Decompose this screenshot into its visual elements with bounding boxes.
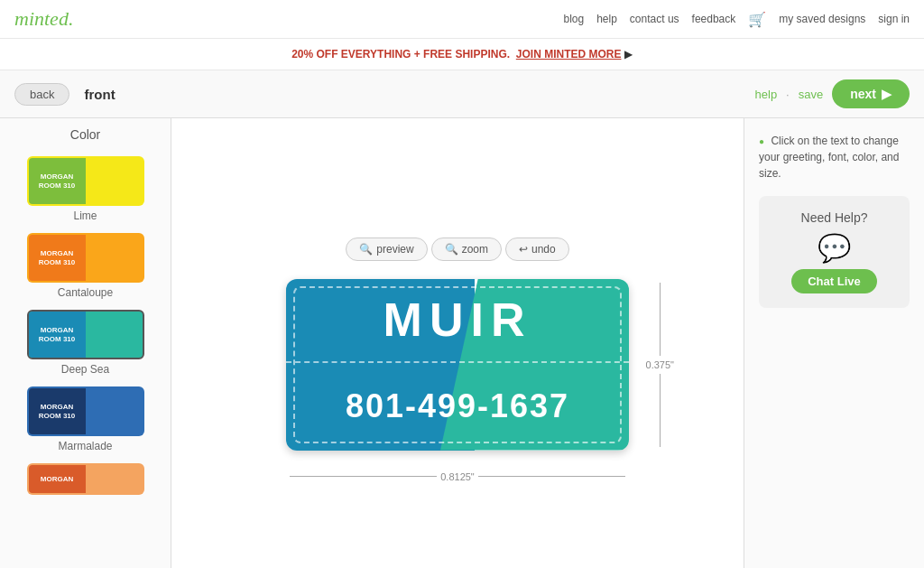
color-option-deepsea[interactable]: MORGANROOM 310 Deep Sea: [0, 304, 171, 381]
tool-bar: 🔍 preview 🔍 zoom ↩ undo: [346, 237, 568, 261]
card-wrapper: 0.8125" 0.375" MUIR 801-499-1637: [286, 279, 629, 451]
card-top-section[interactable]: MUIR: [286, 279, 629, 361]
color-option-marmalade[interactable]: MORGANROOM 310 Marmalade: [0, 381, 171, 458]
toolbar: back front help · save next ▶: [0, 70, 924, 118]
info-text: ● Click on the text to change your greet…: [759, 133, 910, 182]
nav-help[interactable]: help: [596, 13, 617, 25]
toolbar-separator: ·: [786, 88, 790, 101]
promo-highlight: 20% OFF EVERYTHING + FREE SHIPPING.: [291, 48, 510, 61]
front-label: front: [84, 87, 115, 102]
zoom-icon: 🔍: [445, 243, 458, 256]
right-panel: ● Click on the text to change your greet…: [744, 118, 924, 568]
height-label: 0.375": [646, 359, 674, 370]
next-arrow: ▶: [882, 87, 892, 101]
color-label-lime: Lime: [73, 210, 97, 222]
horizontal-dimension: 0.8125": [286, 471, 629, 482]
card-name-text[interactable]: MUIR: [383, 293, 532, 347]
color-option-fifth[interactable]: MORGAN: [0, 458, 171, 500]
width-label: 0.8125": [440, 471, 475, 482]
color-option-cantaloupe[interactable]: MORGANROOM 310 Cantaloupe: [0, 228, 171, 304]
help-box-title: Need Help?: [773, 210, 895, 225]
promo-text: 20% OFF EVERYTHING + FREE SHIPPING. JOIN…: [291, 48, 633, 61]
nav-sign-in[interactable]: sign in: [878, 13, 910, 25]
color-option-lime[interactable]: MORGANROOM 310 Lime: [0, 151, 171, 228]
nav-saved-designs[interactable]: my saved designs: [779, 13, 865, 25]
top-nav: minted. blog help contact us feedback 🛒 …: [0, 0, 924, 39]
cart-icon[interactable]: 🛒: [748, 11, 766, 28]
canvas-area: 🔍 preview 🔍 zoom ↩ undo 0.8125": [171, 118, 744, 568]
main-content: Color MORGANROOM 310 Lime MORGANROOM 310…: [0, 118, 924, 568]
door-hanger-card[interactable]: MUIR 801-499-1637: [286, 279, 629, 451]
promo-arrow: ▶: [624, 48, 633, 61]
nav-feedback[interactable]: feedback: [692, 13, 736, 25]
help-box: Need Help? 💬 Chat Live: [759, 196, 910, 308]
color-sidebar: Color MORGANROOM 310 Lime MORGANROOM 310…: [0, 118, 171, 568]
next-label: next: [850, 87, 876, 101]
zoom-label: zoom: [462, 243, 488, 256]
card-number-text[interactable]: 801-499-1637: [346, 387, 569, 425]
promo-bar: 20% OFF EVERYTHING + FREE SHIPPING. JOIN…: [0, 39, 924, 70]
zoom-button[interactable]: 🔍 zoom: [431, 237, 502, 261]
color-label-deepsea: Deep Sea: [61, 363, 109, 376]
chat-live-button[interactable]: Chat Live: [791, 269, 877, 293]
next-button[interactable]: next ▶: [832, 79, 910, 108]
preview-button[interactable]: 🔍 preview: [346, 237, 427, 261]
card-bottom-section[interactable]: 801-499-1637: [286, 361, 629, 451]
nav-contact[interactable]: contact us: [630, 13, 679, 25]
color-label-cantaloupe: Cantaloupe: [58, 286, 113, 299]
preview-icon: 🔍: [359, 243, 373, 256]
undo-button[interactable]: ↩ undo: [505, 237, 569, 261]
chat-icon: 💬: [773, 232, 895, 264]
info-text-content: Click on the text to change your greetin…: [759, 135, 899, 180]
back-button[interactable]: back: [14, 83, 69, 106]
undo-label: undo: [531, 243, 556, 256]
vertical-dimension: 0.375": [646, 279, 674, 451]
toolbar-help-link[interactable]: help: [755, 88, 778, 101]
preview-label: preview: [376, 243, 413, 256]
toolbar-right: help · save next ▶: [755, 79, 910, 108]
undo-icon: ↩: [519, 243, 528, 256]
toolbar-save-link[interactable]: save: [799, 88, 823, 101]
info-dot-icon: ●: [759, 136, 764, 146]
sidebar-heading: Color: [0, 127, 171, 142]
nav-blog[interactable]: blog: [563, 13, 584, 25]
logo: minted.: [14, 7, 73, 31]
color-label-marmalade: Marmalade: [58, 440, 112, 452]
promo-join-link[interactable]: JOIN MINTED MORE: [516, 48, 622, 61]
